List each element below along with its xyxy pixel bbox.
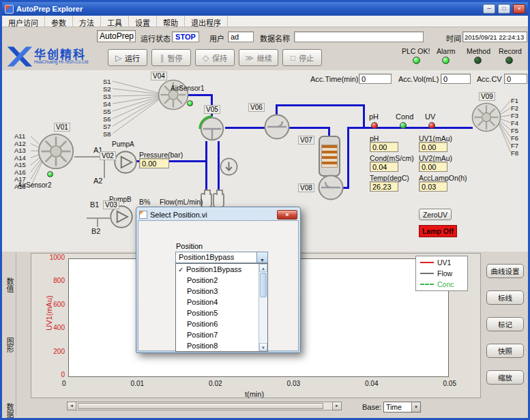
scrollbar-thumb[interactable] [260,273,267,297]
valve-v05[interactable] [196,112,228,144]
zero-uv-button[interactable]: ZeroUV [419,209,452,220]
dialog-titlebar[interactable]: Select Position.vi × [138,209,299,220]
port-label: S3 [103,93,111,100]
chromatography-column[interactable] [319,136,340,177]
fraction-outlet-ports: F1F2F3F4F5F6F7F8 [511,97,518,157]
valve-v06[interactable] [263,113,291,140]
pause-button[interactable]: ∥ 暂停 [151,49,191,66]
dropdown-scrollbar[interactable]: ▲ ▼ [259,264,267,351]
tubing [97,219,98,227]
valve-v08-label: V08 [298,183,314,192]
dropdown-item[interactable]: Position8 [176,340,267,351]
pipe [188,94,213,96]
ph-readout-value: 0.00 [370,142,398,152]
window-titlebar[interactable]: AutoPrep Explorer ─ □ × [2,2,528,16]
tab-graph[interactable]: 图形 [4,338,15,352]
air-sensor-1-label: AirSensor1 [171,85,204,92]
minimize-button[interactable]: ─ [483,4,495,14]
pipe [347,127,473,129]
scroll-up-arrow[interactable]: ▲ [259,264,267,272]
dropdown-item[interactable]: Position4 [176,297,267,308]
tubing [104,158,105,178]
lamp-off-button[interactable]: Lamp Off [419,225,457,237]
chevron-down-icon: ▼ [411,402,420,412]
uv2-readout-value: 0.00 [419,162,447,172]
scroll-right-arrow[interactable]: ► [332,402,342,410]
combobox-dropdown-button[interactable]: ▼ [256,252,267,262]
legend-item: Flow [416,267,467,278]
method-label: Method [467,47,490,55]
run-button[interactable]: ▷ 运行 [108,49,147,66]
brand-subtitle: HuaChuang Hi-Tech.Co.Ltd [34,59,89,64]
continue-button[interactable]: ≫ 继续 [239,49,278,66]
chart-tool-button[interactable]: 标记 [486,317,524,331]
menu-item[interactable]: 方法 [73,16,101,27]
acc-cv-label: Acc.CV [477,75,502,83]
x-tick-label: 0.03 [287,380,300,387]
valve-v02-label: V02 [100,151,116,160]
dropdown-item[interactable]: ✓Position1Bypass [176,264,267,275]
dropdown-item[interactable]: Position3 [176,286,267,297]
chart-legend: UV1 Flow Conc [415,256,468,291]
valve-v05-label: V05 [204,105,220,114]
scrollbar-track[interactable] [76,402,332,410]
dialog-close-button[interactable]: × [277,210,297,220]
menu-item[interactable]: 工具 [101,16,129,27]
y-tick-label: 600 [53,301,65,308]
chart-tool-button[interactable]: 快照 [486,344,524,358]
hold-button[interactable]: ◇ 保持 [195,49,235,66]
dropdown-item[interactable]: Position6 [176,318,267,329]
continue-icon: ≫ [245,53,254,63]
scroll-left-arrow[interactable]: ◄ [67,402,76,410]
valve-v04[interactable] [158,79,189,110]
uv-sensor-dot [428,122,435,129]
valve-v08[interactable] [317,174,344,201]
scrollbar-thumb[interactable] [78,403,323,409]
stop-button[interactable]: □ 停止 [282,49,322,66]
pipe [225,127,265,129]
chart-tool-button[interactable]: 标线 [486,290,524,305]
port-label: F7 [511,142,518,149]
menu-item[interactable]: 参数 [45,16,73,27]
stop-icon: □ [291,53,295,63]
valve-v09[interactable] [471,102,501,132]
scroll-down-arrow[interactable]: ▼ [259,343,267,351]
menu-item[interactable]: 用户访问 [2,16,45,27]
pump-a[interactable] [113,150,138,175]
port-label: S4 [103,100,111,108]
chart-tool-button[interactable]: 曲线设置 [486,264,524,278]
position-combobox[interactable]: Position1Bypass ▼ [175,252,268,263]
close-button[interactable]: × [513,4,525,14]
chart-tool-button[interactable]: 缩放 [486,370,524,385]
pipe [276,104,365,106]
maximize-button[interactable]: □ [498,4,510,14]
dropdown-item[interactable]: Position7 [176,329,267,340]
port-label: S5 [103,108,111,115]
x-axis-title: t(min) [220,390,289,398]
acc-vol-label: Acc.Vol(mL) [398,75,439,83]
tab-values[interactable]: 数值 [4,278,15,292]
alarm-label: Alarm [437,47,455,55]
solvent-inlet-ports: S1S2S3S4S5S6S7S8 [103,78,111,138]
menu-item[interactable]: 设置 [129,16,157,27]
x-tick-label: 0.05 [443,380,456,387]
left-panel-divider [16,253,16,415]
port-label: A15 [14,162,26,169]
waste-drain-icon[interactable] [220,158,238,176]
base-select[interactable]: Time ▼ [383,402,421,412]
valve-v01[interactable] [38,133,74,170]
app-name-box: AutoPrep [97,30,136,42]
menu-item[interactable]: 退出程序 [185,16,228,27]
chart-horizontal-scrollbar[interactable]: ◄ ► [67,402,342,410]
user-input[interactable] [228,31,254,42]
menu-item[interactable]: 帮助 [157,16,185,27]
chart-tool-buttons: 曲线设置标线标记快照缩放 [486,264,524,385]
y-tick-label: 800 [53,278,65,284]
ph-sensor-label: pH [369,112,379,121]
tab-data[interactable]: 数据 [4,403,15,418]
x-tick-label: 0.02 [209,380,222,387]
tubing [87,217,110,219]
data-name-input[interactable] [294,31,424,42]
dropdown-item[interactable]: Position5 [176,308,267,318]
dropdown-item[interactable]: Position2 [176,275,267,286]
